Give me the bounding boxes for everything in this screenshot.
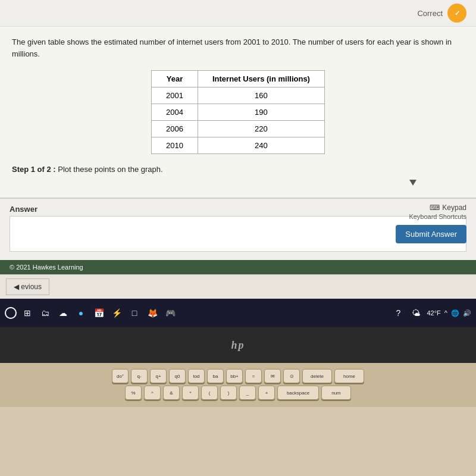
problem-area: The given table shows the estimated numb… bbox=[0, 27, 476, 198]
keyboard-row-1: do° q- q+ q0 tod ba bb+ = ✉ ⊙ delete hom… bbox=[5, 369, 471, 383]
key-caret[interactable]: ^ bbox=[144, 386, 161, 400]
table-cell: 2006 bbox=[152, 121, 198, 137]
keyboard-row-2: % ^ & * ( ) _ + backspace num bbox=[5, 386, 471, 400]
key-num[interactable]: num bbox=[321, 386, 351, 400]
previous-button[interactable]: ◀ evious bbox=[6, 278, 49, 295]
taskbar: ⊞ 🗂 ☁ ● 📅 ⚡ □ 🦊 🎮 ? 🌤 42°F ^ 🌐 🔊 bbox=[0, 299, 476, 327]
key-q-plus[interactable]: q+ bbox=[150, 369, 167, 383]
hp-logo-area: hp bbox=[0, 327, 476, 363]
key-power[interactable]: ⊙ bbox=[283, 369, 300, 383]
table-row: 2004190 bbox=[152, 104, 325, 121]
col-header-year: Year bbox=[152, 71, 198, 87]
correct-badge: ✓ bbox=[447, 4, 466, 23]
taskbar-search-icon[interactable] bbox=[5, 307, 17, 319]
answer-section: Answer ⌨ Keypad Keyboard Shortcuts Submi… bbox=[0, 198, 476, 260]
previous-label: ◀ bbox=[14, 283, 21, 291]
taskbar-lightning-icon[interactable]: ⚡ bbox=[109, 306, 124, 320]
taskbar-firefox-icon[interactable]: 🦊 bbox=[145, 306, 159, 320]
taskbar-weather-icon[interactable]: 🌤 bbox=[409, 306, 423, 320]
table-row: 2010240 bbox=[152, 137, 325, 154]
keyboard-area: do° q- q+ q0 tod ba bb+ = ✉ ⊙ delete hom… bbox=[0, 363, 476, 407]
step-label: Step 1 of 2 : bbox=[12, 165, 56, 174]
taskbar-grid-icon[interactable]: ⊞ bbox=[20, 306, 35, 320]
col-header-users: Internet Users (in millions) bbox=[198, 71, 324, 87]
key-plus[interactable]: + bbox=[258, 386, 275, 400]
step-instruction: Plot these points on the graph. bbox=[58, 165, 162, 174]
correct-text: Correct bbox=[417, 9, 443, 18]
key-q0[interactable]: q0 bbox=[169, 369, 186, 383]
table-cell: 2004 bbox=[152, 104, 198, 121]
taskbar-cloud-icon[interactable]: ☁ bbox=[56, 306, 70, 320]
step-text: Step 1 of 2 : Plot these points on the g… bbox=[12, 165, 464, 174]
hp-logo: hp bbox=[231, 339, 245, 352]
key-asterisk[interactable]: * bbox=[182, 386, 199, 400]
key-ba[interactable]: ba bbox=[207, 369, 224, 383]
key-percent[interactable]: % bbox=[125, 386, 142, 400]
key-open-paren[interactable]: ( bbox=[201, 386, 218, 400]
key-bb[interactable]: bb+ bbox=[226, 369, 243, 383]
taskbar-game-icon[interactable]: 🎮 bbox=[163, 306, 177, 320]
keypad-icon: ⌨ bbox=[430, 203, 440, 212]
cursor-area bbox=[12, 180, 464, 192]
taskbar-sound-icon[interactable]: 🔊 bbox=[463, 309, 471, 317]
internet-users-table: Year Internet Users (in millions) 200116… bbox=[151, 70, 325, 154]
temperature-display: 42°F bbox=[427, 309, 440, 317]
table-cell: 190 bbox=[198, 104, 324, 121]
taskbar-right: ? 🌤 42°F ^ 🌐 🔊 bbox=[391, 306, 471, 320]
footer-bar: © 2021 Hawkes Learning bbox=[0, 260, 476, 274]
problem-description: The given table shows the estimated numb… bbox=[12, 36, 464, 60]
mouse-cursor bbox=[409, 180, 416, 186]
taskbar-office-icon[interactable]: □ bbox=[127, 306, 142, 320]
key-close-paren[interactable]: ) bbox=[220, 386, 237, 400]
copyright-text: © 2021 Hawkes Learning bbox=[10, 264, 83, 271]
table-row: 2001160 bbox=[152, 87, 325, 104]
submit-answer-button[interactable]: Submit Answer bbox=[396, 225, 466, 243]
keyboard-shortcuts-link[interactable]: Keyboard Shortcuts bbox=[409, 213, 466, 220]
key-q-minus[interactable]: q- bbox=[131, 369, 148, 383]
key-mail[interactable]: ✉ bbox=[264, 369, 281, 383]
keypad-button[interactable]: ⌨ Keypad bbox=[430, 203, 466, 212]
keypad-area: ⌨ Keypad Keyboard Shortcuts Submit Answe… bbox=[396, 203, 466, 243]
table-row: 2006220 bbox=[152, 121, 325, 137]
key-equals[interactable]: = bbox=[245, 369, 262, 383]
table-cell: 160 bbox=[198, 87, 324, 104]
key-underscore[interactable]: _ bbox=[239, 386, 256, 400]
taskbar-file-icon[interactable]: 🗂 bbox=[38, 306, 52, 320]
key-do[interactable]: do° bbox=[112, 369, 129, 383]
taskbar-network-icon[interactable]: 🌐 bbox=[451, 309, 459, 317]
key-tod[interactable]: tod bbox=[188, 369, 205, 383]
taskbar-edge-icon[interactable]: ● bbox=[74, 306, 88, 320]
taskbar-question-icon[interactable]: ? bbox=[391, 306, 405, 320]
table-cell: 2010 bbox=[152, 137, 198, 154]
table-cell: 240 bbox=[198, 137, 324, 154]
key-home[interactable]: home bbox=[334, 369, 364, 383]
table-cell: 220 bbox=[198, 121, 324, 137]
taskbar-calendar-icon[interactable]: 📅 bbox=[92, 306, 106, 320]
key-delete[interactable]: delete bbox=[302, 369, 332, 383]
key-backspace[interactable]: backspace bbox=[277, 386, 319, 400]
keypad-label: Keypad bbox=[442, 203, 466, 212]
data-table-wrapper: Year Internet Users (in millions) 200116… bbox=[12, 70, 464, 154]
table-cell: 2001 bbox=[152, 87, 198, 104]
top-bar: Correct ✓ bbox=[0, 0, 476, 27]
previous-section: ◀ evious bbox=[0, 274, 476, 299]
key-ampersand[interactable]: & bbox=[163, 386, 180, 400]
taskbar-expand-icon: ^ bbox=[444, 309, 447, 317]
